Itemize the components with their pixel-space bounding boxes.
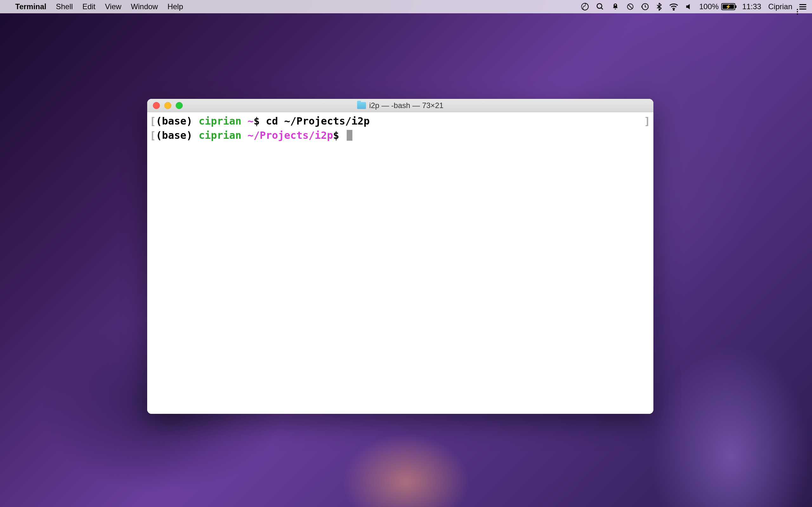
wifi-icon[interactable] <box>669 3 678 10</box>
svg-line-5 <box>628 5 632 9</box>
terminal-window[interactable]: i2p — -bash — 73×21 ] [(base) ciprian ~$… <box>147 99 653 414</box>
third-party-menu-icon[interactable] <box>581 3 589 11</box>
svg-line-2 <box>601 8 603 9</box>
folder-icon <box>357 102 366 109</box>
terminal-content[interactable]: ] [(base) ciprian ~$ cd ~/Projects/i2p [… <box>147 112 653 414</box>
menubar-username[interactable]: Ciprian <box>768 2 792 11</box>
notification-center-icon[interactable] <box>799 4 806 9</box>
volume-icon[interactable] <box>686 3 693 10</box>
window-close-button[interactable] <box>153 102 160 109</box>
terminal-line-2: [(base) ciprian ~/Projects/i2p$ <box>150 128 651 143</box>
menubar-clock[interactable]: 11:33 <box>742 2 761 11</box>
app-status-icon[interactable] <box>611 3 619 11</box>
svg-point-1 <box>597 3 602 8</box>
battery-status[interactable]: 100% ⚡ <box>699 2 735 11</box>
terminal-cursor <box>347 130 352 141</box>
svg-point-3 <box>614 4 616 5</box>
svg-point-7 <box>673 9 674 10</box>
window-title-text: i2p — -bash — 73×21 <box>369 101 444 110</box>
time-machine-icon[interactable] <box>641 3 649 11</box>
battery-percent: 100% <box>699 2 719 11</box>
menu-help[interactable]: Help <box>167 2 183 11</box>
do-not-disturb-icon[interactable] <box>626 3 634 10</box>
window-maximize-button[interactable] <box>176 102 183 109</box>
window-titlebar[interactable]: i2p — -bash — 73×21 <box>147 99 653 112</box>
battery-icon: ⚡ <box>721 3 735 10</box>
menu-window[interactable]: Window <box>131 2 158 11</box>
menu-view[interactable]: View <box>105 2 121 11</box>
terminal-right-bracket: ] <box>644 114 650 128</box>
window-minimize-button[interactable] <box>164 102 171 109</box>
terminal-line-1: [(base) ciprian ~$ cd ~/Projects/i2p <box>150 114 651 128</box>
app-menu[interactable]: Terminal <box>15 2 46 11</box>
window-title: i2p — -bash — 73×21 <box>357 101 444 110</box>
spotlight-icon[interactable] <box>596 3 604 11</box>
menubar: Terminal Shell Edit View Window Help <box>0 0 812 13</box>
menu-edit[interactable]: Edit <box>83 2 96 11</box>
menu-shell[interactable]: Shell <box>56 2 72 11</box>
bluetooth-icon[interactable] <box>656 3 662 11</box>
